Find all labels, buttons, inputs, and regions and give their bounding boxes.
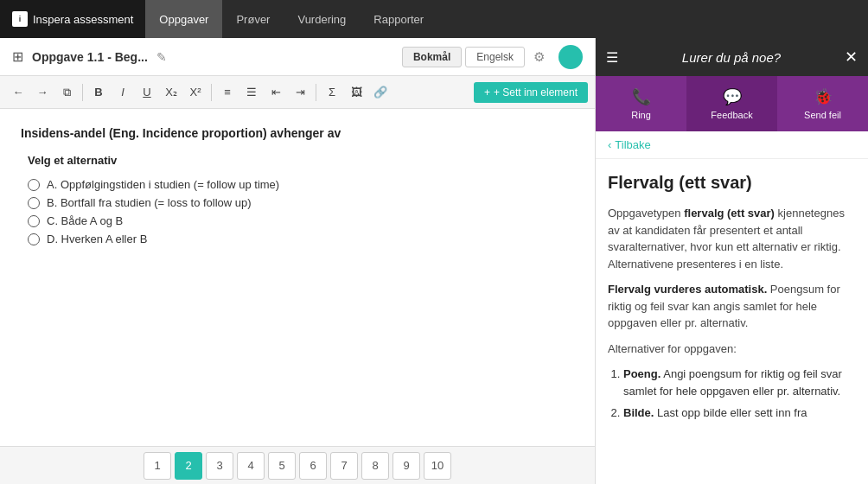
top-navigation: i Inspera assessment Oppgaver Prøver Vur… bbox=[0, 0, 868, 38]
nav-item-prover[interactable]: Prøver bbox=[222, 0, 284, 38]
radio-d[interactable] bbox=[28, 233, 40, 245]
pagination: 1 2 3 4 5 6 7 8 9 10 bbox=[0, 446, 595, 484]
right-panel: ☰ Lurer du på noe? ✕ 📞 Ring 💬 Feedback 🐞… bbox=[595, 38, 868, 484]
avatar bbox=[558, 45, 583, 69]
toolbar-sep-1 bbox=[82, 84, 83, 101]
formula-btn[interactable]: Σ bbox=[321, 81, 343, 104]
page-10-btn[interactable]: 10 bbox=[424, 452, 451, 480]
choice-item-c: C. Både A og B bbox=[21, 212, 574, 230]
list-item-2-text: Last opp bilde eller sett inn fra bbox=[654, 406, 807, 419]
panel-alt-label: Alternativer for oppgaven: bbox=[608, 341, 856, 358]
panel-list-item-2: Bilde. Last opp bilde eller sett inn fra bbox=[623, 404, 856, 422]
panel-body: Oppgavetypen flervalg (ett svar) kjennet… bbox=[608, 205, 856, 422]
panel-para-2: Flervalg vurderes automatisk. Poengsum f… bbox=[608, 281, 856, 332]
choice-item-d: D. Hverken A eller B bbox=[21, 230, 574, 248]
panel-bold-2: Flervalg vurderes automatisk. bbox=[608, 283, 767, 296]
undo-btn[interactable]: ← bbox=[7, 81, 29, 104]
nav-item-rapporter[interactable]: Rapporter bbox=[360, 0, 437, 38]
unordered-list-btn[interactable]: ☰ bbox=[240, 81, 263, 104]
indent-btn[interactable]: ⇤ bbox=[265, 81, 287, 104]
choice-item-a: A. Oppfølgingstiden i studien (= follow … bbox=[21, 175, 574, 194]
lang-buttons: Bokmål Engelsk bbox=[402, 47, 525, 67]
page-4-btn[interactable]: 4 bbox=[237, 452, 265, 480]
back-label: Tilbake bbox=[615, 138, 650, 151]
page-3-btn[interactable]: 3 bbox=[206, 452, 233, 480]
tab-send-feil[interactable]: 🐞 Send feil bbox=[777, 76, 868, 131]
page-5-btn[interactable]: 5 bbox=[268, 452, 296, 480]
grid-icon[interactable]: ⊞ bbox=[12, 48, 23, 65]
tab-ring-label: Ring bbox=[631, 110, 651, 120]
radio-a[interactable] bbox=[28, 179, 40, 191]
editor-toolbar: ← → ⧉ B I U X₂ X² ≡ ☰ ⇤ ⇥ Σ 🖼 🔗 + + Sett… bbox=[0, 76, 595, 109]
panel-topbar: ☰ Lurer du på noe? ✕ bbox=[596, 38, 868, 76]
choice-item-b: B. Bortfall fra studien (= loss to follo… bbox=[21, 194, 574, 212]
tab-feedback-label: Feedback bbox=[711, 110, 752, 120]
radio-b[interactable] bbox=[28, 197, 40, 209]
tab-feedback[interactable]: 💬 Feedback bbox=[686, 76, 777, 131]
copy-btn[interactable]: ⧉ bbox=[55, 81, 78, 104]
choice-list: A. Oppfølgingstiden i studien (= follow … bbox=[21, 175, 574, 248]
lang-bokmaal-btn[interactable]: Bokmål bbox=[402, 47, 462, 67]
superscript-btn[interactable]: X² bbox=[184, 81, 207, 104]
page-2-btn[interactable]: 2 bbox=[175, 452, 202, 480]
italic-btn[interactable]: I bbox=[112, 81, 134, 104]
main-wrapper: ⊞ Oppgave 1.1 - Beg... ✎ Bokmål Engelsk … bbox=[0, 38, 868, 484]
page-1-btn[interactable]: 1 bbox=[144, 452, 171, 480]
editor-area: ⊞ Oppgave 1.1 - Beg... ✎ Bokmål Engelsk … bbox=[0, 38, 595, 484]
panel-menu-icon[interactable]: ☰ bbox=[606, 49, 618, 66]
panel-list: Poeng. Angi poengsum for riktig og feil … bbox=[608, 366, 856, 422]
ring-icon: 📞 bbox=[632, 87, 651, 106]
toolbar-sep-3 bbox=[316, 84, 316, 101]
panel-heading: Flervalg (ett svar) bbox=[608, 173, 856, 193]
panel-intro: Oppgavetypen bbox=[608, 207, 684, 220]
choice-text-c: C. Både A og B bbox=[47, 214, 123, 227]
lang-engelsk-btn[interactable]: Engelsk bbox=[465, 47, 525, 67]
task-title: Oppgave 1.1 - Beg... bbox=[32, 50, 148, 64]
list-item-2-label: Bilde. bbox=[623, 406, 654, 419]
nav-item-oppgaver[interactable]: Oppgaver bbox=[145, 0, 222, 38]
page-7-btn[interactable]: 7 bbox=[330, 452, 358, 480]
panel-tabs: 📞 Ring 💬 Feedback 🐞 Send feil bbox=[596, 76, 868, 131]
back-chevron-icon: ‹ bbox=[608, 138, 611, 151]
media-btn[interactable]: 🖼 bbox=[345, 81, 367, 104]
panel-bold-1: flervalg (ett svar) bbox=[684, 207, 775, 220]
nav-item-vurdering[interactable]: Vurdering bbox=[284, 0, 360, 38]
feedback-icon: 💬 bbox=[723, 87, 742, 106]
list-item-1-label: Poeng. bbox=[623, 367, 661, 380]
radio-c[interactable] bbox=[28, 215, 40, 227]
choice-text-a: A. Oppfølgingstiden i studien (= follow … bbox=[47, 178, 279, 191]
panel-close-btn[interactable]: ✕ bbox=[845, 48, 858, 67]
panel-para-1: Oppgavetypen flervalg (ett svar) kjennet… bbox=[608, 205, 856, 272]
page-8-btn[interactable]: 8 bbox=[361, 452, 389, 480]
back-btn[interactable]: ‹ Tilbake bbox=[596, 131, 868, 159]
choice-label: Velg et alternativ bbox=[21, 154, 574, 167]
page-6-btn[interactable]: 6 bbox=[299, 452, 327, 480]
sub-header: ⊞ Oppgave 1.1 - Beg... ✎ Bokmål Engelsk … bbox=[0, 38, 595, 76]
subscript-btn[interactable]: X₂ bbox=[160, 81, 182, 104]
settings-icon[interactable]: ⚙ bbox=[533, 49, 545, 65]
insert-element-label: + Sett inn element bbox=[494, 86, 578, 99]
content-title: Insidens-andel (Eng. Incidence proportio… bbox=[21, 126, 574, 140]
brand-name: Inspera assessment bbox=[33, 13, 133, 26]
choice-text-d: D. Hverken A eller B bbox=[47, 232, 147, 245]
brand-icon: i bbox=[12, 11, 28, 27]
page-9-btn[interactable]: 9 bbox=[393, 452, 420, 480]
send-feil-icon: 🐞 bbox=[814, 87, 833, 106]
panel-list-item-1: Poeng. Angi poengsum for riktig og feil … bbox=[623, 366, 856, 399]
panel-content: Flervalg (ett svar) Oppgavetypen flerval… bbox=[596, 159, 868, 484]
choice-text-b: B. Bortfall fra studien (= loss to follo… bbox=[47, 196, 252, 209]
redo-btn[interactable]: → bbox=[31, 81, 54, 104]
insert-element-btn[interactable]: + + Sett inn element bbox=[474, 82, 588, 103]
content-editor: Insidens-andel (Eng. Incidence proportio… bbox=[0, 109, 595, 446]
panel-title: Lurer du på noe? bbox=[625, 50, 838, 65]
edit-icon[interactable]: ✎ bbox=[156, 50, 167, 64]
outdent-btn[interactable]: ⇥ bbox=[289, 81, 311, 104]
brand: i Inspera assessment bbox=[0, 0, 145, 38]
insert-plus-icon: + bbox=[484, 86, 490, 99]
underline-btn[interactable]: U bbox=[136, 81, 158, 104]
link-btn[interactable]: 🔗 bbox=[369, 81, 392, 104]
ordered-list-btn[interactable]: ≡ bbox=[216, 81, 239, 104]
toolbar-sep-2 bbox=[211, 84, 212, 101]
tab-ring[interactable]: 📞 Ring bbox=[596, 76, 686, 131]
bold-btn[interactable]: B bbox=[87, 81, 110, 104]
